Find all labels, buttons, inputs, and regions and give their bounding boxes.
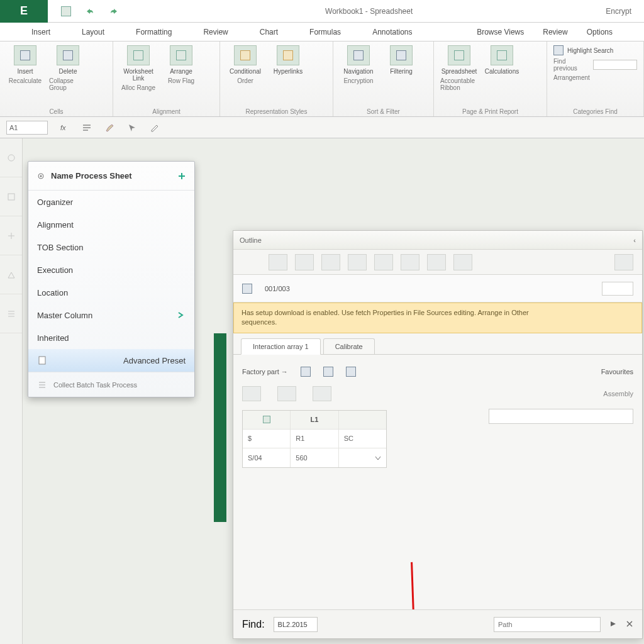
selection-strip: [214, 333, 226, 522]
ribbon-group-alignment: Worksheet LinkAlloc Range ArrangeRow Fla…: [113, 42, 220, 116]
banner-text-2: sequences.: [242, 318, 634, 327]
fx-icon[interactable]: fx: [58, 121, 70, 134]
app-letter: E: [20, 4, 28, 18]
ribbon-delete-button[interactable]: DeleteCollapse Group: [49, 45, 87, 91]
ribbon-conditional-button[interactable]: ConditionalOrder: [226, 45, 264, 84]
tab-layout[interactable]: Layout: [82, 28, 104, 36]
gutter-item[interactable]: [0, 138, 22, 177]
grid-cell[interactable]: R1: [291, 430, 338, 448]
ribbon-search-input[interactable]: [593, 60, 637, 70]
menu-item-master-column[interactable]: Master Column: [28, 304, 194, 326]
page-icon: [242, 284, 252, 294]
footer-next-icon[interactable]: [609, 619, 617, 630]
inspector-tab-label: Calibrate: [335, 343, 363, 350]
assembly-icon-3[interactable]: [313, 386, 331, 401]
ribbon-arrange-label: Arrange: [170, 68, 192, 75]
menu-item-alignment[interactable]: Alignment: [28, 213, 194, 236]
footer-find-value[interactable]: BL2.2015: [274, 617, 318, 632]
grid-cell[interactable]: $: [243, 430, 291, 448]
inspector-aux-input[interactable]: [489, 409, 633, 424]
name-box[interactable]: A1: [6, 121, 48, 135]
inspector-tool-1[interactable]: [269, 254, 287, 270]
ribbon-filtering-button[interactable]: Filtering: [382, 45, 420, 75]
inspector-tool-4[interactable]: [348, 254, 367, 270]
assembly-icon-1[interactable]: [242, 386, 261, 401]
context-menu-header: Name Process Sheet: [28, 162, 194, 191]
part-icon[interactable]: [346, 367, 356, 377]
footer-close-icon[interactable]: [626, 619, 633, 630]
plus-icon[interactable]: [177, 171, 187, 181]
menu-item-label: Inherited: [37, 333, 69, 343]
save-icon[interactable]: [60, 6, 72, 17]
inspector-tool-8[interactable]: [453, 254, 472, 270]
menu-item-section[interactable]: TOB Section: [28, 236, 194, 258]
menu-item-execution[interactable]: Execution: [28, 258, 194, 281]
menu-item-location[interactable]: Location: [28, 281, 194, 304]
grid-cell[interactable]: S/04: [243, 448, 291, 467]
inspector-tool-7[interactable]: [427, 254, 446, 270]
grid-cell[interactable]: 560: [291, 448, 338, 467]
ribbon-spreadsheet-sub: Accountable Ribbon: [440, 77, 478, 91]
grid-dropdown[interactable]: [339, 448, 386, 467]
part-icon[interactable]: [323, 367, 333, 377]
inspector-tool-2[interactable]: [295, 254, 314, 270]
edit-icon[interactable]: [148, 121, 161, 134]
tab-insert[interactable]: Insert: [31, 28, 50, 36]
chevron-right-icon: [175, 310, 186, 320]
inspector-tool-right[interactable]: [614, 254, 633, 270]
grid-header-1[interactable]: [243, 411, 291, 429]
gutter-item[interactable]: [0, 177, 22, 216]
ribbon-spreadsheet-label: Spreadsheet: [441, 68, 477, 75]
footer-path-input[interactable]: [494, 617, 601, 632]
ribbon-insert-button[interactable]: InsertRecalculate: [6, 45, 44, 84]
gutter-item[interactable]: [0, 216, 22, 255]
tab-formatting[interactable]: Formatting: [136, 28, 172, 36]
menu-item-label: Location: [37, 288, 68, 297]
ribbon-navigation-button[interactable]: NavigationEncryption: [340, 45, 377, 84]
ribbon-wslink-button[interactable]: Worksheet LinkAlloc Range: [119, 45, 157, 91]
undo-icon[interactable]: [84, 6, 96, 17]
inspector-tool-6[interactable]: [401, 254, 419, 270]
grid-cell[interactable]: SC: [339, 430, 386, 448]
inspector-tab-interaction[interactable]: Interaction array 1: [241, 338, 321, 355]
pointer-icon[interactable]: [126, 121, 138, 134]
gutter-item[interactable]: [0, 255, 22, 294]
brush-icon[interactable]: [103, 121, 116, 134]
tab-review[interactable]: Review: [203, 28, 228, 36]
redo-icon[interactable]: [108, 6, 119, 17]
tab-formulas[interactable]: Formulas: [309, 28, 341, 36]
ribbon-group-page-label: Page & Print Report: [440, 107, 540, 115]
ribbon-arrange-button[interactable]: ArrangeRow Flag: [162, 45, 200, 84]
menu-item-advanced-preset[interactable]: Advanced Preset: [28, 349, 194, 372]
inspector-outline[interactable]: Outline: [240, 236, 262, 244]
gutter-item[interactable]: [0, 294, 22, 333]
grid-header-2[interactable]: L1: [291, 411, 338, 429]
inspector-tab-calibrate[interactable]: Calibrate: [323, 338, 375, 354]
assembly-icon-2[interactable]: [277, 386, 296, 401]
ribbon-findprev[interactable]: Find previous: [553, 58, 589, 72]
ribbon-spreadsheet-button[interactable]: SpreadsheetAccountable Ribbon: [440, 45, 478, 91]
tab-browse-views[interactable]: Browse Views: [477, 28, 524, 36]
ribbon-calculations-label: Calculations: [485, 68, 519, 75]
context-menu-title: Name Process Sheet: [51, 171, 132, 180]
menu-item-organizer[interactable]: Organizer: [28, 191, 194, 213]
tab-review2[interactable]: Review: [543, 28, 567, 36]
inspector-nav-back-icon[interactable]: ‹: [633, 236, 636, 244]
inspector-tool-3[interactable]: [321, 254, 340, 270]
tab-chart[interactable]: Chart: [260, 28, 278, 36]
inspector-footer: Find: BL2.2015: [233, 609, 642, 638]
menu-item-inherited[interactable]: Inherited: [28, 326, 194, 349]
inspector-tool-5[interactable]: [374, 254, 393, 270]
grid-header-3[interactable]: [339, 411, 386, 429]
footer-find-label: Find:: [242, 619, 265, 630]
tab-options[interactable]: Options: [587, 28, 613, 36]
app-icon[interactable]: E: [0, 0, 48, 23]
titlebar-encrypt[interactable]: Encrypt: [606, 7, 631, 16]
ribbon-hyperlinks-button[interactable]: Hyperlinks: [269, 45, 307, 75]
tab-annotations[interactable]: Annotations: [372, 28, 412, 36]
toggle-icon[interactable]: [80, 121, 93, 134]
ribbon-calculations-button[interactable]: Calculations: [483, 45, 521, 75]
ribbon-arrangement[interactable]: Arrangement: [553, 74, 590, 81]
part-icon[interactable]: [301, 367, 311, 377]
inspector-zoom[interactable]: [602, 282, 633, 296]
